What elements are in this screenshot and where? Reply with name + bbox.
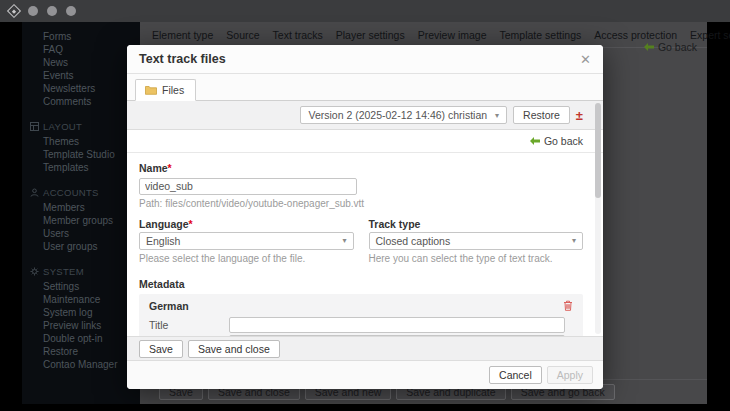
name-input[interactable]	[139, 178, 357, 195]
language-label-text: Language	[139, 218, 189, 230]
alternate-text-input[interactable]	[229, 335, 565, 337]
modal-save-button[interactable]: Save	[139, 340, 183, 358]
sidebar-section-label: SYSTEM	[43, 266, 84, 277]
sidebar-item-system-log[interactable]: System log	[22, 306, 140, 319]
version-panel: Version 2 (2025-02-12 14:46) christian ▾…	[127, 101, 603, 130]
tab-text-tracks[interactable]: Text tracks	[273, 29, 323, 41]
modal-scrollbar-thumb[interactable]	[595, 103, 601, 198]
sidebar-item-comments[interactable]: Comments	[22, 95, 140, 108]
sidebar-item-members[interactable]: Members	[22, 201, 140, 214]
tab-element-type[interactable]: Element type	[152, 29, 213, 41]
version-select[interactable]: Version 2 (2025-02-12 14:46) christian ▾	[300, 106, 507, 124]
language-select-value: English	[146, 235, 180, 247]
text-track-files-modal: Text track files ✕ Files Version 2 (2025…	[127, 45, 603, 389]
sidebar-item-events[interactable]: Events	[22, 69, 140, 82]
folder-icon	[145, 85, 157, 95]
tab-files[interactable]: Files	[135, 79, 196, 101]
tab-template-settings[interactable]: Template settings	[500, 29, 582, 41]
page-go-back-label: Go back	[658, 41, 697, 53]
sidebar-item-contao-manager[interactable]: Contao Manager	[22, 358, 140, 371]
file-path-note: Path: files/content/video/youtube-onepag…	[139, 198, 583, 209]
sidebar-item-faq[interactable]: FAQ	[22, 43, 140, 56]
sidebar-item-user-groups[interactable]: User groups	[22, 240, 140, 253]
language-field: Language* English ▾ Please select the la…	[139, 218, 354, 264]
metadata-section-label: Metadata	[139, 278, 583, 290]
required-asterisk: *	[189, 218, 193, 230]
sidebar-item-newsletters[interactable]: Newsletters	[22, 82, 140, 95]
close-icon[interactable]: ✕	[580, 53, 591, 66]
modal-footer: Cancel Apply	[127, 360, 603, 389]
metadata-row-alternate-text: Alternate text	[147, 334, 575, 337]
header-menu-dot-icon[interactable]	[28, 6, 38, 16]
sidebar-item-themes[interactable]: Themes	[22, 135, 140, 148]
sidebar-item-restore[interactable]: Restore	[22, 345, 140, 358]
track-type-select-value: Closed captions	[376, 235, 451, 247]
metadata-group-box: German Title Alternate text	[139, 294, 583, 337]
chevron-down-icon: ▾	[342, 236, 346, 245]
metadata-row-title: Title	[147, 316, 575, 334]
modal-header: Text track files ✕	[127, 45, 603, 74]
sidebar-item-templates[interactable]: Templates	[22, 161, 140, 174]
tab-player-settings[interactable]: Player settings	[336, 29, 405, 41]
required-asterisk: *	[168, 162, 172, 174]
text-track-form: Name* Path: files/content/video/youtube-…	[127, 153, 603, 336]
chevron-down-icon: ▾	[495, 111, 499, 120]
contao-logo-icon	[7, 4, 21, 18]
tab-files-label: Files	[162, 84, 184, 96]
title-label: Title	[149, 319, 229, 331]
sidebar-section-label: ACCOUNTS	[43, 187, 99, 198]
title-input[interactable]	[229, 317, 565, 333]
tab-preview-image[interactable]: Preview image	[418, 29, 487, 41]
sidebar-section-accounts[interactable]: ACCOUNTS	[22, 187, 140, 198]
tab-access-protection[interactable]: Access protection	[594, 29, 677, 41]
language-hint: Please select the language of the file.	[139, 253, 354, 264]
layout-icon	[30, 122, 39, 131]
header-menu-dot-icon[interactable]	[66, 6, 76, 16]
sidebar-nav: Forms FAQ News Events Newsletters Commen…	[22, 22, 140, 404]
gear-icon	[30, 267, 39, 276]
metadata-group-language: German	[149, 300, 189, 312]
metadata-group-header: German	[147, 294, 575, 316]
modal-go-back-row[interactable]: Go back	[127, 130, 603, 153]
go-back-arrow-icon	[530, 137, 540, 145]
delete-icon[interactable]	[563, 300, 573, 311]
sidebar-item-forms[interactable]: Forms	[22, 30, 140, 43]
sidebar-item-preview-links[interactable]: Preview links	[22, 319, 140, 332]
track-type-field-label: Track type	[369, 218, 584, 230]
cancel-button[interactable]: Cancel	[489, 366, 542, 384]
name-label-text: Name	[139, 162, 168, 174]
sidebar-item-template-studio[interactable]: Template Studio	[22, 148, 140, 161]
diff-icon[interactable]: ±	[576, 108, 583, 123]
app-header	[0, 0, 730, 22]
sidebar-section-layout[interactable]: LAYOUT	[22, 121, 140, 132]
track-type-hint: Here you can select the type of text tra…	[369, 253, 584, 264]
modal-tab-bar: Files	[127, 74, 603, 101]
language-select[interactable]: English ▾	[139, 232, 354, 250]
modal-scrollbar[interactable]	[595, 103, 601, 334]
tab-expert-settings[interactable]: Expert settings	[690, 29, 730, 41]
language-field-label: Language*	[139, 218, 354, 230]
modal-go-back-label: Go back	[544, 135, 583, 147]
modal-body: Version 2 (2025-02-12 14:46) christian ▾…	[127, 101, 603, 336]
tab-source[interactable]: Source	[226, 29, 259, 41]
version-select-value: Version 2 (2025-02-12 14:46) christian	[308, 109, 487, 121]
sidebar-item-news[interactable]: News	[22, 56, 140, 69]
page-go-back-link[interactable]: Go back	[644, 41, 697, 53]
sidebar-section-label: LAYOUT	[43, 121, 82, 132]
sidebar-item-settings[interactable]: Settings	[22, 280, 140, 293]
modal-title: Text track files	[139, 52, 226, 66]
sidebar-item-users[interactable]: Users	[22, 227, 140, 240]
track-type-select[interactable]: Closed captions ▾	[369, 232, 584, 250]
restore-button[interactable]: Restore	[513, 106, 570, 124]
track-type-field: Track type Closed captions ▾ Here you ca…	[369, 218, 584, 264]
modal-save-and-close-button[interactable]: Save and close	[188, 340, 280, 358]
sidebar-item-member-groups[interactable]: Member groups	[22, 214, 140, 227]
header-menu-dot-icon[interactable]	[47, 6, 57, 16]
sidebar-section-system[interactable]: SYSTEM	[22, 266, 140, 277]
apply-button[interactable]: Apply	[547, 366, 593, 384]
chevron-down-icon: ▾	[572, 236, 576, 245]
sidebar-item-double-opt-in[interactable]: Double opt-in	[22, 332, 140, 345]
name-field-label: Name*	[139, 162, 583, 174]
sidebar-item-maintenance[interactable]: Maintenance	[22, 293, 140, 306]
go-back-arrow-icon	[644, 43, 654, 51]
